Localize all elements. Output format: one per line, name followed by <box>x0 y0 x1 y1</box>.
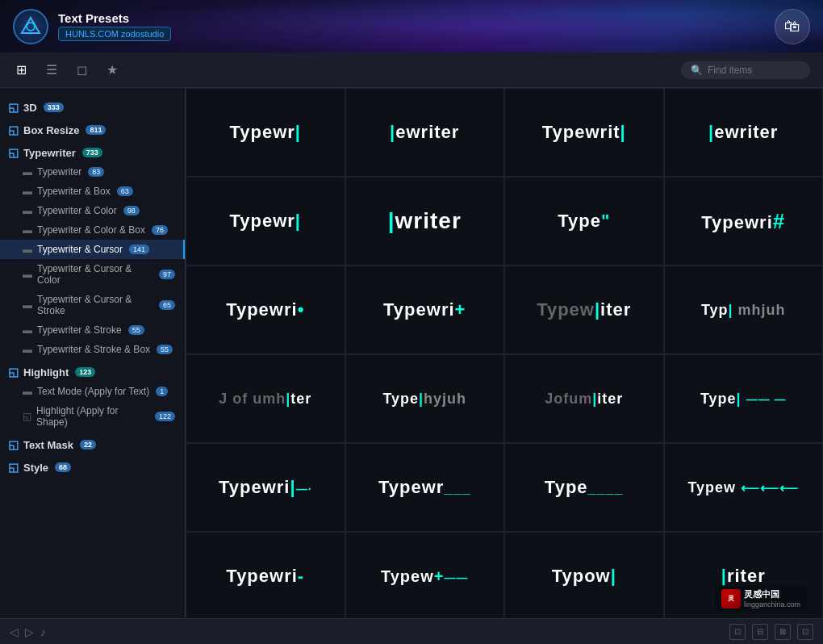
badge-t-cc: 97 <box>159 270 175 279</box>
sidebar-item-typewriter-box[interactable]: ▬ Typewriter & Box 63 <box>0 182 185 201</box>
search-bar[interactable]: 🔍 <box>681 61 810 79</box>
sidebar-label-style: Style <box>23 462 48 474</box>
sidebar-item-typewriter[interactable]: ◱ Typewriter 733 <box>0 140 185 162</box>
preset-text-13: J of umh|ter <box>212 384 318 414</box>
preset-card-6[interactable]: |writer <box>345 177 505 266</box>
preset-text-22: Typew+—— <box>374 561 474 592</box>
preset-card-14[interactable]: Type|hyjuh <box>345 354 505 443</box>
sidebar-label-typewriter-color-box: Typewriter & Color & Box <box>37 224 145 236</box>
preset-text-10: Typewri+ <box>377 293 472 327</box>
preset-text-19: Type____ <box>538 470 630 504</box>
badge-hs: 122 <box>155 412 175 421</box>
header-info: Text Presets HUNLS.COM zodostudio <box>58 11 171 41</box>
back-icon[interactable]: ◁ <box>10 625 19 638</box>
music-icon[interactable]: ♪ <box>40 625 46 638</box>
sidebar-item-highlight-shape[interactable]: ◱ Highlight (Apply for Shape) 122 <box>0 401 185 432</box>
doc-icon-7: ▬ <box>23 299 32 311</box>
preset-card-15[interactable]: Jofum|iter <box>504 354 664 443</box>
star-icon[interactable]: ★ <box>103 59 121 81</box>
doc-icon-1: ▬ <box>23 166 32 178</box>
sidebar-item-typewriter-cursor-stroke[interactable]: ▬ Typewriter & Cursor & Stroke 65 <box>0 290 185 320</box>
folder-icon-style: ◱ <box>8 461 19 474</box>
preset-card-19[interactable]: Type____ <box>504 443 664 532</box>
logo <box>13 9 48 44</box>
preset-card-23[interactable]: Typow| <box>504 532 664 618</box>
preset-text-23: Typow| <box>545 559 623 593</box>
filter-icon[interactable]: ⊞ <box>13 59 30 81</box>
sidebar-item-typewriter-color[interactable]: ▬ Typewriter & Color 98 <box>0 201 185 220</box>
preset-text-8: Typewri# <box>695 203 792 240</box>
view-icon-2[interactable]: ⊟ <box>752 624 768 640</box>
preset-card-13[interactable]: J of umh|ter <box>186 354 345 443</box>
preset-card-8[interactable]: Typewri# <box>664 177 824 266</box>
preset-card-7[interactable]: Type" <box>504 177 664 266</box>
sidebar: ◱ 3D 333 ◱ Box Resize 811 ◱ Typewriter 7… <box>0 88 186 618</box>
doc-icon-5: ▬ <box>23 244 32 255</box>
search-input[interactable] <box>708 65 800 76</box>
sidebar-item-typewriter-sub[interactable]: ▬ Typewriter 83 <box>0 162 185 182</box>
cart-button[interactable]: 🛍 <box>775 9 810 44</box>
preset-card-18[interactable]: Typewr___ <box>345 443 505 532</box>
badge-t-cursor: 141 <box>129 245 149 254</box>
view-icon-1[interactable]: ⊡ <box>729 624 746 640</box>
preset-card-10[interactable]: Typewri+ <box>345 266 505 354</box>
sidebar-label-typewriter: Typewriter <box>23 147 76 159</box>
preset-text-21: Typewri- <box>219 559 311 593</box>
badge-t-cb: 76 <box>152 225 168 235</box>
preset-card-1[interactable]: Typewr| <box>186 88 345 177</box>
sidebar-item-typewriter-color-box[interactable]: ▬ Typewriter & Color & Box 76 <box>0 220 185 240</box>
sidebar-item-box-resize[interactable]: ◱ Box Resize 811 <box>0 117 185 140</box>
view-icon-4[interactable]: ⊡ <box>797 624 813 640</box>
sidebar-item-typewriter-cursor[interactable]: ▬ Typewriter & Cursor 141 <box>0 240 185 259</box>
sidebar-label-typewriter-stroke-box: Typewriter & Stroke & Box <box>37 344 150 355</box>
sidebar-label-typewriter-sub: Typewriter <box>37 166 81 178</box>
preset-text-4: |ewriter <box>702 115 784 149</box>
sidebar-item-3d[interactable]: ◱ 3D 333 <box>0 94 185 117</box>
preset-card-22[interactable]: Typew+—— <box>345 532 505 618</box>
badge-3d: 333 <box>44 102 64 112</box>
badge-t-s: 55 <box>128 325 144 335</box>
play-icon[interactable]: ▷ <box>25 625 34 638</box>
preset-text-20: Typew ⟵⟵⟵ <box>681 473 805 503</box>
folder-icon-mask: ◱ <box>8 438 19 451</box>
badge-t-sb: 55 <box>157 345 173 354</box>
sidebar-item-typewriter-stroke[interactable]: ▬ Typewriter & Stroke 55 <box>0 320 185 340</box>
toolbar: ⊞ ☰ ◻ ★ 🔍 <box>0 52 823 88</box>
preset-card-20[interactable]: Typew ⟵⟵⟵ <box>664 443 824 532</box>
preset-text-9: Typewri• <box>219 293 311 327</box>
badge-t-cs: 65 <box>159 300 175 310</box>
sidebar-item-text-mask[interactable]: ◱ Text Mask 22 <box>0 432 185 454</box>
folder-icon-3: ◱ <box>8 146 19 159</box>
sidebar-label-typewriter-cursor-stroke: Typewriter & Cursor & Stroke <box>37 294 152 316</box>
preset-card-24[interactable]: |riter <box>664 532 824 618</box>
sidebar-item-highlight[interactable]: ◱ Highlight 123 <box>0 359 185 382</box>
file-icon[interactable]: ◻ <box>73 59 90 81</box>
preset-card-3[interactable]: Typewrit| <box>504 88 664 177</box>
preset-card-16[interactable]: Type| —— — <box>664 354 824 443</box>
badge-typewriter: 733 <box>82 148 102 157</box>
preset-text-16: Type| —— — <box>694 384 793 414</box>
preset-card-11[interactable]: Typew|iter <box>504 266 664 354</box>
sidebar-label-highlight: Highlight <box>23 366 69 378</box>
doc-icon-3: ▬ <box>23 205 32 216</box>
preset-text-12: Typ| mhjuh <box>695 295 792 325</box>
sidebar-item-text-mode[interactable]: ▬ Text Mode (Apply for Text) 1 <box>0 382 185 401</box>
sidebar-label-box-resize: Box Resize <box>23 124 79 136</box>
preset-card-17[interactable]: Typewri|—· <box>186 443 345 532</box>
preset-card-5[interactable]: Typewr| <box>186 177 345 266</box>
sidebar-item-style[interactable]: ◱ Style 68 <box>0 454 185 477</box>
badge-style: 68 <box>55 462 71 472</box>
preset-card-4[interactable]: |ewriter <box>664 88 824 177</box>
sidebar-item-typewriter-cursor-color[interactable]: ▬ Typewriter & Cursor & Color 97 <box>0 259 185 290</box>
preset-card-12[interactable]: Typ| mhjuh <box>664 266 824 354</box>
view-icon-3[interactable]: ⊠ <box>775 624 791 640</box>
sidebar-label-text-mode: Text Mode (Apply for Text) <box>37 386 149 397</box>
sidebar-label-typewriter-cursor: Typewriter & Cursor <box>37 244 123 255</box>
sidebar-label-highlight-shape: Highlight (Apply for Shape) <box>36 405 148 428</box>
list-icon[interactable]: ☰ <box>43 59 61 81</box>
sidebar-item-typewriter-stroke-box[interactable]: ▬ Typewriter & Stroke & Box 55 <box>0 340 185 359</box>
sidebar-label-3d: 3D <box>23 102 37 114</box>
preset-card-2[interactable]: |ewriter <box>345 88 505 177</box>
preset-card-9[interactable]: Typewri• <box>186 266 345 354</box>
preset-card-21[interactable]: Typewri- <box>186 532 345 618</box>
